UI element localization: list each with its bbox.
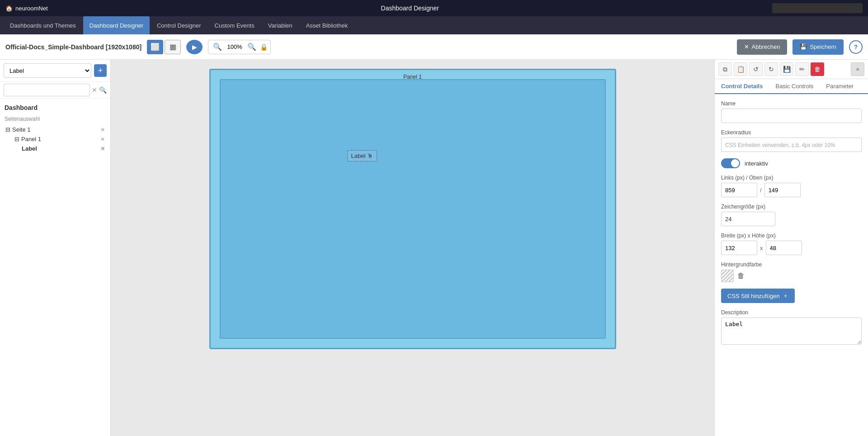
- cancel-button[interactable]: ✕ Abbrechen: [737, 39, 788, 55]
- pos-left-input[interactable]: [721, 183, 757, 197]
- css-add-label: CSS Stil hinzufügen: [727, 293, 780, 299]
- color-delete-button[interactable]: 🗑: [737, 272, 745, 280]
- brand: 🏠 neuroomNet: [5, 5, 48, 12]
- search-icon: 🔍: [99, 86, 107, 94]
- play-button[interactable]: ▶: [186, 40, 203, 54]
- top-bar: 🏠 neuroomNet Dashboard Designer: [0, 0, 868, 16]
- tab-parameter[interactable]: Parameter: [820, 79, 860, 94]
- rp-save-button[interactable]: 💾: [780, 62, 793, 76]
- control-type-select[interactable]: Label: [4, 63, 91, 78]
- help-button[interactable]: ?: [849, 40, 863, 54]
- css-add-icon: ＋: [783, 292, 788, 300]
- redo-button[interactable]: ↻: [764, 62, 778, 76]
- rp-edit-button[interactable]: ✏: [795, 62, 809, 76]
- tab-dashboards[interactable]: Dashboards und Themes: [4, 16, 82, 34]
- project-title: Official-Docs_Simple-Dashboard [1920x108…: [5, 43, 142, 51]
- eckenradius-label: Eckenradius: [721, 129, 862, 136]
- name-field-label: Name: [721, 100, 862, 107]
- tab-custom-events[interactable]: Custom Events: [208, 16, 261, 34]
- page-title: Dashboard Designer: [381, 5, 439, 12]
- toolbar-row: Official-Docs_Simple-Dashboard [1920x108…: [0, 34, 868, 60]
- position-field-group: Links (px) / Oben (px) /: [721, 175, 862, 197]
- panel-inner: Label 🖱: [220, 79, 606, 339]
- hintergrundfarbe-field-group: Hintergrundfarbe 🗑: [721, 261, 862, 282]
- tree-remove-seite1[interactable]: ✕: [100, 127, 105, 133]
- description-textarea[interactable]: Label: [721, 318, 862, 345]
- tab-dashboard-designer[interactable]: Dashboard Designer: [83, 16, 150, 34]
- tree-subheader: Seitenauswahl: [4, 115, 107, 123]
- sidebar-dropdown-row: Label +: [0, 60, 110, 82]
- zoom-controls: 🔍 100% 🔍 🔒: [208, 40, 271, 54]
- interaktiv-toggle[interactable]: [721, 158, 740, 168]
- width-input[interactable]: [721, 241, 757, 255]
- main-layout: Official-Docs_Simple-Dashboard [1920x108…: [0, 34, 868, 436]
- home-icon: 🏠: [5, 5, 13, 12]
- label-text: Label: [351, 152, 366, 159]
- tree-collapse-icon: ⊟: [5, 126, 10, 133]
- tree-item-label: Panel 1: [21, 136, 41, 142]
- tab-variablen[interactable]: Variablen: [262, 16, 299, 34]
- brand-name: neuroomNet: [15, 5, 48, 12]
- eckenradius-field-group: Eckenradius: [721, 129, 862, 152]
- tab-asset-bibliothek[interactable]: Asset Bibliothek: [300, 16, 354, 34]
- eckenradius-input[interactable]: [721, 137, 862, 152]
- left-sidebar: Label + ✕ 🔍 Dashboard Seitenauswahl ⊟ Se…: [0, 60, 111, 436]
- height-input[interactable]: [766, 241, 802, 255]
- pos-separator: /: [760, 187, 762, 194]
- view-split-btn[interactable]: ▦: [165, 40, 181, 54]
- search-input[interactable]: [4, 84, 90, 96]
- zoom-level: 100%: [226, 43, 244, 50]
- paste-button[interactable]: 📋: [734, 62, 747, 76]
- tree-remove-panel1[interactable]: ✕: [100, 136, 105, 142]
- tree-item-seite1[interactable]: ⊟ Seite 1 ✕: [4, 125, 107, 134]
- search-clear-button[interactable]: ✕: [92, 86, 97, 94]
- rp-expand-button[interactable]: »: [851, 62, 864, 76]
- right-panel-tabs: Control Details Basic Controls Parameter: [715, 79, 868, 94]
- size-row: x: [721, 241, 862, 255]
- cancel-x-icon: ✕: [744, 43, 749, 50]
- tree-collapse-icon2: ⊟: [14, 136, 19, 142]
- lock-button[interactable]: 🔒: [260, 43, 268, 51]
- zeichengroesse-field-group: Zeichengröße (px): [721, 204, 862, 226]
- right-panel-content: Name Eckenradius interaktiv L: [715, 94, 868, 436]
- tree-remove-label[interactable]: ✕: [100, 146, 105, 152]
- cursor-indicator: 🖱: [367, 152, 373, 159]
- pos-top-input[interactable]: [764, 183, 801, 197]
- color-swatch[interactable]: [721, 270, 734, 282]
- position-label: Links (px) / Oben (px): [721, 175, 862, 181]
- position-row: /: [721, 183, 862, 197]
- rp-delete-button[interactable]: 🗑: [811, 62, 824, 76]
- tab-basic-controls[interactable]: Basic Controls: [769, 79, 820, 94]
- canvas-area[interactable]: Panel 1 Label 🖱: [111, 60, 714, 436]
- zoom-out-button[interactable]: 🔍: [211, 43, 224, 51]
- zeichengroesse-input[interactable]: [721, 212, 775, 226]
- tree-item-label[interactable]: Label ✕: [4, 144, 107, 153]
- size-field-group: Breite (px) x Höhe (px) x: [721, 232, 862, 255]
- copy-button[interactable]: ⧉: [718, 62, 732, 76]
- toggle-knob: [731, 159, 739, 167]
- tree-item-label-text: Label: [22, 145, 37, 152]
- undo-button[interactable]: ↺: [749, 62, 763, 76]
- save-button[interactable]: 💾 Speichern: [793, 39, 844, 55]
- tree-header: Dashboard: [4, 102, 107, 113]
- sidebar-search-row: ✕ 🔍: [0, 82, 110, 99]
- name-input[interactable]: [721, 109, 862, 123]
- tree-item-label: Seite 1: [12, 126, 30, 133]
- tab-control-details[interactable]: Control Details: [715, 79, 769, 94]
- right-panel: ⧉ 📋 ↺ ↻ 💾 ✏ 🗑 » Control Details Basic Co…: [714, 60, 868, 436]
- tree-item-panel1[interactable]: ⊟ Panel 1 ✕: [4, 134, 107, 144]
- tab-control-designer[interactable]: Control Designer: [151, 16, 208, 34]
- view-desktop-btn[interactable]: ⬜: [147, 40, 163, 54]
- sidebar-tree: Dashboard Seitenauswahl ⊟ Seite 1 ✕ ⊟ Pa…: [0, 99, 110, 436]
- view-toggle: ⬜ ▦: [147, 40, 181, 54]
- color-row: 🗑: [721, 270, 862, 282]
- zeichengroesse-label: Zeichengröße (px): [721, 204, 862, 210]
- zoom-in-button[interactable]: 🔍: [245, 43, 258, 51]
- label-element[interactable]: Label 🖱: [347, 150, 377, 161]
- content-area: Label + ✕ 🔍 Dashboard Seitenauswahl ⊟ Se…: [0, 60, 868, 436]
- interaktiv-toggle-row: interaktiv: [721, 158, 862, 168]
- add-control-button[interactable]: +: [94, 64, 107, 77]
- description-label: Description: [721, 309, 862, 316]
- nav-tabs: Dashboards und Themes Dashboard Designer…: [0, 16, 868, 34]
- css-add-button[interactable]: CSS Stil hinzufügen ＋: [721, 289, 795, 303]
